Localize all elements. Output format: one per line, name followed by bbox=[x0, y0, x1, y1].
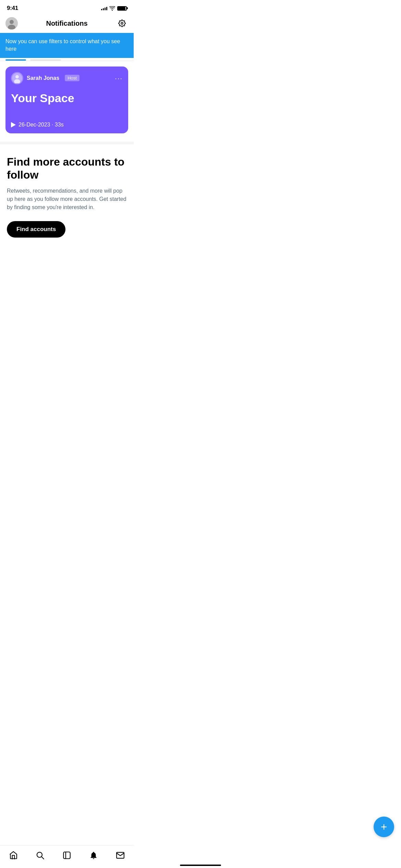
section-divider bbox=[0, 142, 134, 144]
space-card-header: Sarah Jonas Host ··· bbox=[11, 72, 123, 84]
filter-banner[interactable]: Now you can use filters to control what … bbox=[0, 33, 134, 58]
settings-button[interactable] bbox=[116, 17, 128, 29]
tab-mentions-indicator bbox=[30, 59, 61, 61]
battery-icon bbox=[117, 6, 127, 11]
space-host-avatar bbox=[11, 72, 23, 84]
space-footer: 26-Dec-2023 · 33s bbox=[11, 122, 123, 128]
tab-all-indicator bbox=[5, 59, 26, 61]
space-card-user: Sarah Jonas Host bbox=[11, 72, 80, 84]
space-card[interactable]: Sarah Jonas Host ··· Your Space 26-Dec-2… bbox=[5, 67, 128, 133]
avatar[interactable] bbox=[5, 17, 18, 29]
status-icons bbox=[101, 6, 127, 11]
status-bar: 9:41 bbox=[0, 0, 134, 14]
host-badge: Host bbox=[65, 75, 80, 81]
find-accounts-button[interactable]: Find accounts bbox=[7, 221, 65, 238]
space-host-name: Sarah Jonas bbox=[27, 75, 59, 81]
header: Notifications bbox=[0, 14, 134, 33]
space-card-wrapper: Sarah Jonas Host ··· Your Space 26-Dec-2… bbox=[0, 61, 134, 142]
signal-icon bbox=[101, 6, 107, 10]
svg-point-1 bbox=[10, 20, 14, 24]
page-title: Notifications bbox=[46, 20, 87, 27]
space-date: 26-Dec-2023 · 33s bbox=[19, 122, 64, 128]
svg-point-5 bbox=[15, 75, 19, 79]
find-more-title: Find more accounts to follow bbox=[7, 155, 127, 182]
wifi-icon bbox=[109, 6, 115, 11]
find-more-description: Retweets, recommendations, and more will… bbox=[7, 187, 127, 212]
filter-banner-text: Now you can use filters to control what … bbox=[5, 38, 120, 52]
space-title: Your Space bbox=[11, 91, 123, 105]
status-time: 9:41 bbox=[7, 5, 18, 12]
svg-point-3 bbox=[121, 22, 123, 24]
find-more-section: Find more accounts to follow Retweets, r… bbox=[0, 144, 134, 249]
play-icon bbox=[11, 122, 16, 128]
space-more-button[interactable]: ··· bbox=[115, 75, 123, 82]
